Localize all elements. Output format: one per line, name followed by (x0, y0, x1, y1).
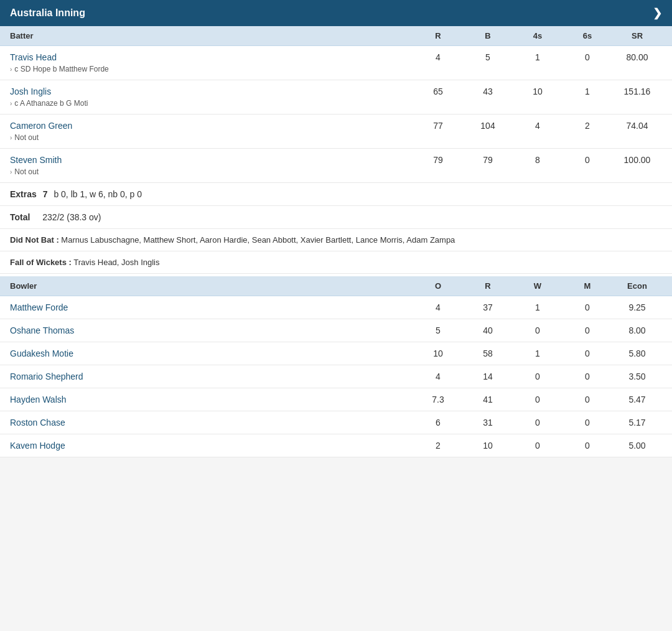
extras-total: 7 (43, 189, 48, 199)
batter-b-3: 79 (463, 155, 513, 165)
extras-label: Extras (10, 189, 37, 199)
batter-fours-3: 8 (513, 155, 562, 165)
dismissal-chevron-0: › (10, 66, 12, 73)
bowler-column-headers: Bowler O R W M Econ (0, 276, 672, 296)
bowler-o-6: 2 (413, 441, 463, 451)
total-label: Total (10, 212, 30, 222)
bowler-o-3: 4 (413, 372, 463, 381)
bowler-econ-2: 5.80 (612, 348, 662, 358)
bowler-econ-4: 5.47 (612, 395, 662, 404)
batter-row-3: Steven Smith 79 79 8 0 100.00 › Not out (0, 149, 672, 183)
bowler-name-1[interactable]: Oshane Thomas (10, 325, 413, 335)
bowler-w-1: 0 (513, 325, 562, 335)
bowler-o-1: 5 (413, 325, 463, 335)
bowler-m-4: 0 (562, 395, 612, 404)
batter-name-3[interactable]: Steven Smith (10, 155, 413, 165)
bowler-name-2[interactable]: Gudakesh Motie (10, 348, 413, 358)
bowler-o-4: 7.3 (413, 395, 463, 404)
fall-of-wickets-row: Fall of Wickets : Travis Head, Josh Ingl… (0, 251, 672, 274)
bowler-w-5: 0 (513, 418, 562, 428)
batter-b-1: 43 (463, 86, 513, 96)
bowler-w-0: 1 (513, 302, 562, 312)
bowler-col-header: Bowler (10, 281, 413, 291)
batter-sr-3: 100.00 (612, 155, 662, 165)
batter-name-1[interactable]: Josh Inglis (10, 86, 413, 96)
bowler-w-6: 0 (513, 441, 562, 451)
sr-col-header: SR (612, 31, 662, 40)
inning-title: Australia Inning (10, 7, 85, 19)
bowler-r-1: 40 (463, 325, 513, 335)
batter-fours-1: 10 (513, 86, 562, 96)
o-col-header: O (413, 281, 463, 291)
bowler-row-2: Gudakesh Motie 10 58 1 0 5.80 (0, 342, 672, 365)
bowler-r-0: 37 (463, 302, 513, 312)
bowler-r-2: 58 (463, 348, 513, 358)
bowler-m-3: 0 (562, 372, 612, 381)
bowler-m-2: 0 (562, 348, 612, 358)
dismissal-chevron-1: › (10, 100, 12, 107)
batter-row-0: Travis Head 4 5 1 0 80.00 › c SD Hope b … (0, 46, 672, 80)
dismissal-text-2: Not out (14, 133, 39, 142)
dismissal-text-0: c SD Hope b Matthew Forde (14, 65, 108, 73)
bowler-m-6: 0 (562, 441, 612, 451)
batter-row-2: Cameron Green 77 104 4 2 74.04 › Not out (0, 115, 672, 149)
dismissal-chevron-3: › (10, 169, 12, 175)
batter-row-1: Josh Inglis 65 43 10 1 151.16 › c A Atha… (0, 80, 672, 115)
bowler-name-0[interactable]: Matthew Forde (10, 302, 413, 312)
did-not-bat-row: Did Not Bat : Marnus Labuschagne, Matthe… (0, 229, 672, 251)
r-bowler-col-header: R (463, 281, 513, 291)
bowler-row-1: Oshane Thomas 5 40 0 0 8.00 (0, 319, 672, 342)
batter-sixes-2: 2 (562, 121, 612, 131)
fours-col-header: 4s (513, 31, 562, 40)
batter-name-2[interactable]: Cameron Green (10, 121, 413, 131)
bowler-r-3: 14 (463, 372, 513, 381)
batter-r-2: 77 (413, 121, 463, 131)
batter-sixes-0: 0 (562, 52, 612, 62)
bowler-o-0: 4 (413, 302, 463, 312)
bowler-econ-3: 3.50 (612, 372, 662, 381)
bowler-row-0: Matthew Forde 4 37 1 0 9.25 (0, 296, 672, 319)
bowler-w-4: 0 (513, 395, 562, 404)
batter-r-1: 65 (413, 86, 463, 96)
w-col-header: W (513, 281, 562, 291)
bowler-r-5: 31 (463, 418, 513, 428)
batter-fours-0: 1 (513, 52, 562, 62)
batter-sr-2: 74.04 (612, 121, 662, 131)
bowler-econ-1: 8.00 (612, 325, 662, 335)
bowler-econ-5: 5.17 (612, 418, 662, 428)
extras-detail: b 0, lb 1, w 6, nb 0, p 0 (54, 189, 142, 199)
inning-header[interactable]: Australia Inning ❯ (0, 0, 672, 26)
batter-b-2: 104 (463, 121, 513, 131)
bowler-m-0: 0 (562, 302, 612, 312)
b-col-header: B (463, 31, 513, 40)
bowler-econ-0: 9.25 (612, 302, 662, 312)
batter-sixes-1: 1 (562, 86, 612, 96)
batter-name-0[interactable]: Travis Head (10, 52, 413, 62)
dismissal-text-3: Not out (14, 167, 39, 176)
batter-column-headers: Batter R B 4s 6s SR (0, 26, 672, 46)
batter-col-header: Batter (10, 31, 413, 40)
bowler-row-5: Roston Chase 6 31 0 0 5.17 (0, 411, 672, 434)
fall-of-wickets-label: Fall of Wickets : (10, 258, 72, 267)
scorecard-container: Australia Inning ❯ Batter R B 4s 6s SR T… (0, 0, 672, 457)
m-col-header: M (562, 281, 612, 291)
batter-sixes-3: 0 (562, 155, 612, 165)
sixes-col-header: 6s (562, 31, 612, 40)
bowler-o-2: 10 (413, 348, 463, 358)
batter-r-0: 4 (413, 52, 463, 62)
extras-row: Extras 7 b 0, lb 1, w 6, nb 0, p 0 (0, 183, 672, 206)
batter-r-3: 79 (413, 155, 463, 165)
econ-col-header: Econ (612, 281, 662, 291)
bowler-name-5[interactable]: Roston Chase (10, 418, 413, 428)
bowler-name-6[interactable]: Kavem Hodge (10, 441, 413, 451)
inning-chevron-icon[interactable]: ❯ (653, 6, 662, 20)
bowler-r-6: 10 (463, 441, 513, 451)
bowler-w-3: 0 (513, 372, 562, 381)
batter-sr-0: 80.00 (612, 52, 662, 62)
bowler-name-3[interactable]: Romario Shepherd (10, 372, 413, 381)
did-not-bat-label: Did Not Bat : (10, 235, 59, 245)
bowler-m-1: 0 (562, 325, 612, 335)
fall-of-wickets-players: Travis Head, Josh Inglis (73, 258, 159, 267)
bowler-name-4[interactable]: Hayden Walsh (10, 395, 413, 404)
batter-fours-2: 4 (513, 121, 562, 131)
